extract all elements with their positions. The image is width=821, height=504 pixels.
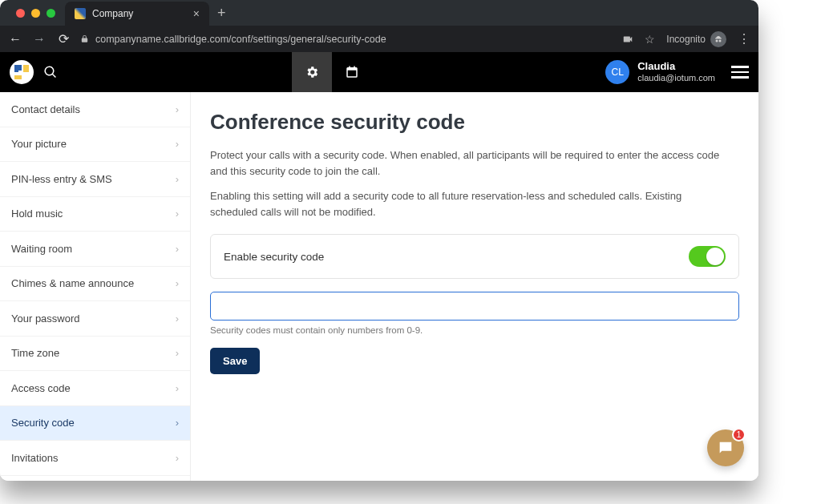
sidebar-item-label: Your password xyxy=(11,312,80,325)
chevron-right-icon: › xyxy=(176,277,179,289)
enable-security-code-toggle[interactable] xyxy=(689,246,726,267)
maximize-window-icon[interactable] xyxy=(47,9,55,18)
incognito-icon xyxy=(710,31,726,47)
chat-bubble-button[interactable]: 1 xyxy=(707,429,744,466)
chevron-right-icon: › xyxy=(176,208,179,220)
chevron-right-icon: › xyxy=(176,312,179,325)
browser-tab[interactable]: Company × xyxy=(65,2,209,26)
user-email: claudia@iotum.com xyxy=(637,73,715,83)
page-description-1: Protect your calls with a security code.… xyxy=(210,147,723,179)
search-icon[interactable] xyxy=(43,65,58,79)
tab-strip: Company × + xyxy=(0,0,758,26)
address-bar: ← → ⟳ companyname.callbridge.com/conf/se… xyxy=(0,26,758,52)
save-button[interactable]: Save xyxy=(210,348,260,374)
enable-security-code-row: Enable security code xyxy=(210,234,739,279)
new-tab-button[interactable]: + xyxy=(209,5,234,22)
bookmark-star-icon[interactable]: ☆ xyxy=(645,33,655,46)
sidebar-item-label: Access code xyxy=(11,382,71,394)
chevron-right-icon: › xyxy=(176,138,179,150)
chevron-right-icon: › xyxy=(176,173,179,185)
sidebar-item-label: Chimes & name announce xyxy=(11,277,134,289)
sidebar-item-your-password[interactable]: Your password› xyxy=(0,301,190,337)
close-window-icon[interactable] xyxy=(16,9,25,18)
sidebar-item-chimes-name-announce[interactable]: Chimes & name announce› xyxy=(0,267,190,302)
url-field[interactable]: companyname.callbridge.com/conf/settings… xyxy=(80,34,613,45)
minimize-window-icon[interactable] xyxy=(31,9,40,18)
toggle-label: Enable security code xyxy=(224,251,324,263)
sidebar-item-label: Hold music xyxy=(11,208,63,220)
sidebar-item-time-zone[interactable]: Time zone› xyxy=(0,337,190,372)
reload-button[interactable]: ⟳ xyxy=(56,31,71,46)
chevron-right-icon: › xyxy=(176,452,179,464)
chevron-right-icon: › xyxy=(176,382,179,394)
browser-menu-icon[interactable]: ⋮ xyxy=(738,33,750,46)
header-center xyxy=(67,52,596,92)
page-title: Conference security code xyxy=(210,110,739,135)
sidebar-item-label: Your picture xyxy=(11,138,67,150)
security-code-input[interactable] xyxy=(210,292,739,321)
sidebar-item-label: Waiting room xyxy=(11,243,72,255)
avatar-initials: CL xyxy=(612,67,624,78)
user-menu[interactable]: CL Claudia claudia@iotum.com xyxy=(605,60,715,84)
avatar: CL xyxy=(605,60,629,84)
app-header: CL Claudia claudia@iotum.com xyxy=(0,52,758,92)
main-pane: Conference security code Protect your ca… xyxy=(191,92,758,481)
browser-chrome: Company × + ← → ⟳ companyname.callbridge… xyxy=(0,0,758,52)
sidebar-item-your-picture[interactable]: Your picture› xyxy=(0,127,190,163)
window-controls xyxy=(6,0,65,26)
back-button[interactable]: ← xyxy=(8,32,22,46)
sidebar-item-hold-music[interactable]: Hold music› xyxy=(0,197,190,232)
chevron-right-icon: › xyxy=(176,347,179,359)
incognito-indicator: Incognito xyxy=(666,31,726,47)
sidebar-item-security-code[interactable]: Security code› xyxy=(0,406,190,442)
incognito-label: Incognito xyxy=(666,34,706,45)
hamburger-menu-icon[interactable] xyxy=(731,66,749,79)
url-text: companyname.callbridge.com/conf/settings… xyxy=(95,34,386,45)
chevron-right-icon: › xyxy=(176,103,179,115)
page-description-2: Enabling this setting will add a securit… xyxy=(210,188,723,220)
chevron-right-icon: › xyxy=(176,243,179,255)
sidebar-item-invitations[interactable]: Invitations› xyxy=(0,441,190,476)
tab-close-icon[interactable]: × xyxy=(193,8,200,19)
sidebar-item-label: Time zone xyxy=(11,347,59,359)
camera-icon[interactable] xyxy=(622,34,633,45)
forward-button[interactable]: → xyxy=(32,32,47,46)
settings-gear-button[interactable] xyxy=(292,52,332,92)
browser-right-icons: ☆ Incognito ⋮ xyxy=(622,31,750,47)
chat-badge: 1 xyxy=(732,428,746,442)
user-text: Claudia claudia@iotum.com xyxy=(637,61,715,83)
sidebar-item-waiting-room[interactable]: Waiting room› xyxy=(0,232,190,267)
lock-icon xyxy=(80,34,89,43)
sidebar-item-label: Invitations xyxy=(11,452,59,464)
tab-title: Company xyxy=(92,8,133,19)
input-hint: Security codes must contain only numbers… xyxy=(210,325,739,335)
chevron-right-icon: › xyxy=(176,417,179,429)
app-logo[interactable] xyxy=(10,60,34,84)
calendar-button[interactable] xyxy=(332,52,372,92)
sidebar-item-access-code[interactable]: Access code› xyxy=(0,371,190,406)
sidebar-item-label: Security code xyxy=(11,417,75,429)
sidebar-item-contact-details[interactable]: Contact details› xyxy=(0,92,190,127)
user-name: Claudia xyxy=(637,61,715,73)
sidebar-item-pin-less-entry-sms[interactable]: PIN-less entry & SMS› xyxy=(0,162,190,197)
tab-favicon xyxy=(75,8,86,19)
app-body: Contact details›Your picture›PIN-less en… xyxy=(0,92,758,481)
settings-sidebar: Contact details›Your picture›PIN-less en… xyxy=(0,92,191,481)
sidebar-item-label: PIN-less entry & SMS xyxy=(11,173,112,185)
sidebar-item-label: Contact details xyxy=(11,103,80,115)
